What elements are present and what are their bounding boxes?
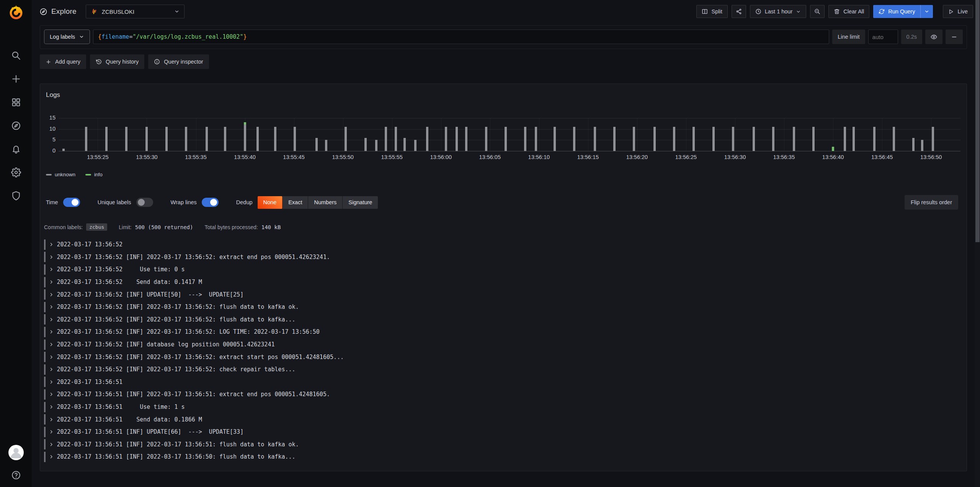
log-row[interactable]: 2022-03-17 13:56:52 [INF] UPDATE[50] ---… [44,288,967,301]
search-icon[interactable] [11,51,21,61]
clock-icon [755,8,761,15]
wrap-lines-switch[interactable] [202,198,219,207]
log-row[interactable]: 2022-03-17 13:56:51 Use time: 1 s [44,401,967,413]
log-level-indicator [44,402,46,412]
live-button[interactable]: Live [943,5,973,18]
run-query-dropdown[interactable] [920,5,933,18]
admin-shield-icon[interactable] [11,191,21,201]
histogram-bar [145,127,148,151]
log-timestamp: 2022-03-17 13:56:52 [57,303,123,310]
log-row[interactable]: 2022-03-17 13:56:52 [INF] 2022-03-17 13:… [44,251,967,264]
log-row[interactable]: 2022-03-17 13:56:52 [INF] 2022-03-17 13:… [44,301,967,313]
histogram-bar [844,127,846,151]
log-row[interactable]: 2022-03-17 13:56:52 [INF] 2022-03-17 13:… [44,351,967,363]
scrollbar-thumb[interactable] [975,0,980,242]
histogram-bar [185,127,187,151]
x-gridline [637,118,637,151]
log-row[interactable]: 2022-03-17 13:56:52 [44,238,967,251]
zoom-out-button[interactable] [810,5,825,18]
expand-chevron-icon[interactable] [49,342,54,347]
log-row[interactable]: 2022-03-17 13:56:52 [INF] 2022-03-17 13:… [44,363,967,376]
log-message: [INF] 2022-03-17 13:56:51: flush data to… [122,441,299,448]
expand-chevron-icon[interactable] [49,417,54,422]
query-inspector-button[interactable]: Query inspector [148,54,209,69]
expand-chevron-icon[interactable] [49,267,54,272]
line-limit-label: Line limit [832,30,865,44]
expand-chevron-icon[interactable] [49,280,54,284]
expand-chevron-icon[interactable] [49,255,54,259]
log-row[interactable]: 2022-03-17 13:56:51 [44,376,967,389]
log-row[interactable]: 2022-03-17 13:56:52 [INF] 2022-03-17 13:… [44,313,967,326]
log-labels-dropdown[interactable]: Log labels [44,30,90,44]
chart-plot-area[interactable]: 13:55:2513:55:3013:55:3513:55:4013:55:45… [59,118,960,151]
histogram-bar [633,127,635,151]
log-row[interactable]: 2022-03-17 13:56:52 Send data: 0.1417 M [44,276,967,289]
create-plus-icon[interactable] [11,74,21,84]
x-gridline [343,118,343,151]
log-row[interactable]: 2022-03-17 13:56:51 [INF] 2022-03-17 13:… [44,438,967,451]
log-row[interactable]: 2022-03-17 13:56:52 Use time: 0 s [44,263,967,276]
histogram-bar [256,127,259,151]
time-range-picker[interactable]: Last 1 hour [750,5,807,18]
toggle-label: Time [46,199,58,205]
grafana-logo-icon[interactable] [8,4,24,21]
expand-chevron-icon[interactable] [49,305,54,309]
log-row[interactable]: 2022-03-17 13:56:52 [INF] 2022-03-17 13:… [44,326,967,338]
user-avatar[interactable] [8,445,24,460]
histogram-bar [426,127,428,151]
histogram-bar [873,127,875,151]
expand-chevron-icon[interactable] [49,355,54,359]
log-line-text: 2022-03-17 13:56:51 [INF] 2022-03-17 13:… [57,453,296,460]
log-line-text: 2022-03-17 13:56:52 [INF] 2022-03-17 13:… [57,254,330,261]
toggle-query-visibility-button[interactable] [925,30,942,44]
time-switch[interactable] [63,198,80,207]
log-timestamp: 2022-03-17 13:56:52 [57,316,123,323]
explore-compass-icon[interactable] [11,121,21,131]
clear-all-button[interactable]: Clear All [828,5,869,18]
expand-chevron-icon[interactable] [49,392,54,397]
log-level-indicator [44,364,46,375]
datasource-picker[interactable]: ZCBUSLOKI [86,5,185,18]
expand-chevron-icon[interactable] [49,454,54,459]
expand-chevron-icon[interactable] [49,430,54,434]
logs-volume-chart[interactable]: 05101513:55:2513:55:3013:55:3513:55:4013… [46,118,960,160]
expand-chevron-icon[interactable] [49,292,54,297]
legend-item-unknown[interactable]: unknown [46,172,75,177]
bytes-processed-label: Total bytes processed: [204,224,258,230]
dedup-option-none[interactable]: None [258,196,283,209]
log-row[interactable]: 2022-03-17 13:56:52 [INF] database log p… [44,338,967,351]
dashboards-grid-icon[interactable] [11,97,21,107]
legend-item-info[interactable]: info [85,172,103,177]
legend-label: info [94,172,103,177]
flip-results-order-button[interactable]: Flip results order [905,195,958,210]
expand-chevron-icon[interactable] [49,405,54,409]
log-row[interactable]: 2022-03-17 13:56:51 [INF] UPDATE[66] ---… [44,426,967,438]
x-gridline [588,118,588,151]
expand-chevron-icon[interactable] [49,317,54,322]
dedup-option-exact[interactable]: Exact [283,196,308,209]
dedup-option-numbers[interactable]: Numbers [308,196,343,209]
expand-chevron-icon[interactable] [49,242,54,247]
run-query-button[interactable]: Run Query [873,5,933,18]
expand-chevron-icon[interactable] [49,380,54,384]
logql-query-input[interactable]: {filename="/var/logs/log.zcbus_real.1000… [93,30,829,44]
histogram-bar [712,127,715,151]
configuration-gear-icon[interactable] [11,167,21,177]
log-row[interactable]: 2022-03-17 13:56:51 Send data: 0.1866 M [44,413,967,426]
help-icon[interactable] [11,470,21,480]
split-button[interactable]: Split [696,5,727,18]
share-button[interactable] [732,5,746,18]
query-history-button[interactable]: Query history [90,54,144,69]
log-row[interactable]: 2022-03-17 13:56:51 [INF] 2022-03-17 13:… [44,388,967,401]
log-message: [INF] 2022-03-17 13:56:52: extract end p… [122,254,330,261]
expand-chevron-icon[interactable] [49,330,54,334]
dedup-option-signature[interactable]: Signature [343,196,378,209]
expand-chevron-icon[interactable] [49,442,54,447]
log-row[interactable]: 2022-03-17 13:56:51 [INF] 2022-03-17 13:… [44,451,967,463]
unique-labels-switch[interactable] [136,198,153,207]
alerting-bell-icon[interactable] [11,144,21,154]
add-query-button[interactable]: Add query [40,54,86,69]
line-limit-input[interactable] [868,30,898,44]
expand-chevron-icon[interactable] [49,367,54,372]
remove-query-button[interactable] [946,30,963,44]
